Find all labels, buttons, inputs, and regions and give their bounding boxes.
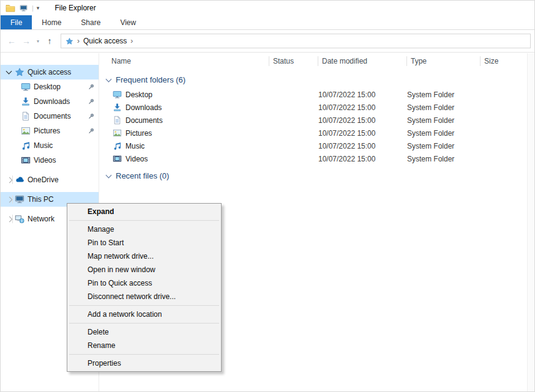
ribbon-tab-home[interactable]: Home (32, 15, 71, 29)
group-label: Recent files (0) (116, 171, 169, 180)
group-chevron-icon[interactable] (105, 172, 113, 180)
folder-icon (6, 3, 15, 13)
chevron-down-icon[interactable] (4, 68, 13, 76)
pin-icon (88, 98, 95, 107)
menu-item-manage[interactable]: Manage (67, 223, 221, 236)
file-size-cell (481, 139, 528, 152)
pin-icon (88, 127, 95, 136)
file-name-cell: Music (99, 139, 269, 152)
documents-icon (20, 111, 31, 121)
sidebar-item-quick-access[interactable]: Quick access (1, 65, 99, 80)
file-size-cell (481, 127, 528, 139)
group-header-frequent-folders[interactable]: Frequent folders (6) (99, 75, 534, 84)
file-list-groups: Frequent folders (6)Desktop10/07/2022 15… (99, 75, 534, 180)
column-header-label: Size (484, 57, 498, 65)
sidebar-item-label: Quick access (28, 68, 71, 76)
column-header-status[interactable]: Status (269, 53, 318, 69)
file-status-cell (269, 88, 318, 101)
up-button[interactable]: ↑ (42, 34, 57, 48)
file-status-cell (269, 101, 318, 114)
menu-item-pin-to-quick-access[interactable]: Pin to Quick access (67, 276, 221, 290)
menu-item-add-a-network-location[interactable]: Add a network location (67, 308, 221, 321)
menu-separator (69, 305, 219, 306)
sidebar-item-pictures[interactable]: Pictures (1, 124, 99, 138)
file-row-music[interactable]: Music10/07/2022 15:00System Folder (99, 139, 534, 152)
videos-icon (20, 155, 31, 165)
sidebar-item-desktop[interactable]: Desktop (1, 80, 99, 94)
ribbon-tab-file[interactable]: File (1, 15, 32, 29)
column-header-size[interactable]: Size (481, 53, 528, 69)
file-type-cell: System Folder (407, 101, 481, 114)
thispc-icon (14, 194, 25, 204)
file-group-frequent-folders: Frequent folders (6)Desktop10/07/2022 15… (99, 75, 534, 165)
column-header-date-modified[interactable]: Date modified (318, 53, 407, 69)
file-status-cell (269, 152, 318, 165)
sidebar-item-music[interactable]: Music (1, 138, 99, 153)
menu-item-disconnect-network-drive[interactable]: Disconnect network drive... (67, 290, 221, 303)
sidebar-item-onedrive[interactable]: OneDrive (1, 172, 99, 187)
file-name: Music (125, 142, 144, 150)
menu-item-pin-to-start[interactable]: Pin to Start (67, 236, 221, 250)
column-header-type[interactable]: Type (407, 53, 481, 69)
column-header-label: Name (111, 57, 131, 65)
star-icon (14, 67, 25, 77)
sidebar-item-label: OneDrive (28, 176, 59, 184)
file-name: Pictures (125, 129, 152, 138)
breadcrumb-chevron-icon[interactable]: › (130, 37, 133, 45)
chevron-right-icon[interactable] (4, 212, 13, 226)
recent-locations-dropdown[interactable]: ▾ (34, 34, 42, 48)
file-row-pictures[interactable]: Pictures10/07/2022 15:00System Folder (99, 127, 534, 139)
menu-separator (69, 354, 219, 355)
address-bar[interactable]: › Quick access › (61, 34, 531, 48)
breadcrumb-chevron-icon[interactable]: › (77, 37, 80, 45)
desktop-icon (113, 90, 122, 99)
group-chevron-icon[interactable] (105, 76, 113, 84)
file-row-videos[interactable]: Videos10/07/2022 15:00System Folder (99, 152, 534, 165)
network-icon (14, 214, 25, 224)
pictures-icon (113, 128, 122, 138)
file-date-modified-cell: 10/07/2022 15:00 (318, 114, 407, 127)
sidebar-item-documents[interactable]: Documents (1, 109, 99, 124)
group-header-recent-files[interactable]: Recent files (0) (99, 171, 534, 180)
chevron-right-icon[interactable] (4, 192, 13, 207)
file-name: Desktop (125, 91, 152, 99)
back-button[interactable]: ← (4, 34, 19, 48)
menu-item-map-network-drive[interactable]: Map network drive... (67, 250, 221, 263)
chevron-right-icon[interactable] (4, 172, 13, 187)
sidebar-item-label: This PC (28, 195, 54, 204)
qat-chevron-icon[interactable]: ▾ (37, 5, 40, 11)
menu-item-open-in-new-window[interactable]: Open in new window (67, 263, 221, 276)
sidebar-item-downloads[interactable]: Downloads (1, 94, 99, 109)
window-icon[interactable] (20, 4, 28, 12)
ribbon-tab-view[interactable]: View (110, 15, 146, 29)
file-date-modified-cell: 10/07/2022 15:00 (318, 152, 407, 165)
menu-item-rename[interactable]: Rename (67, 339, 221, 352)
window-title: File Explorer (54, 4, 95, 12)
column-headers: NameStatusDate modifiedTypeSize (99, 53, 534, 69)
vertical-scrollbar[interactable] (527, 53, 534, 391)
context-menu: ExpandManagePin to StartMap network driv… (67, 203, 222, 372)
column-header-label: Status (273, 57, 294, 65)
column-header-name[interactable]: Name (99, 53, 269, 69)
file-type-cell: System Folder (407, 152, 481, 165)
file-row-downloads[interactable]: Downloads10/07/2022 15:00System Folder (99, 101, 534, 114)
documents-icon (113, 116, 122, 125)
file-name-cell: Pictures (99, 127, 269, 139)
menu-item-expand[interactable]: Expand (67, 205, 221, 218)
group-label: Frequent folders (6) (116, 75, 185, 84)
column-header-label: Date modified (322, 57, 367, 65)
file-type-cell: System Folder (407, 139, 481, 152)
music-icon (20, 141, 31, 150)
downloads-icon (113, 103, 122, 112)
file-name-cell: Desktop (99, 88, 269, 101)
ribbon-tab-share[interactable]: Share (71, 15, 110, 29)
sidebar-item-videos[interactable]: Videos (1, 153, 99, 168)
breadcrumb[interactable]: Quick access (83, 37, 127, 45)
onedrive-icon (14, 175, 25, 185)
column-header-label: Type (411, 57, 427, 65)
menu-item-delete[interactable]: Delete (67, 325, 221, 339)
menu-item-properties[interactable]: Properties (67, 357, 221, 370)
file-row-desktop[interactable]: Desktop10/07/2022 15:00System Folder (99, 88, 534, 101)
forward-button[interactable]: → (19, 34, 34, 48)
file-row-documents[interactable]: Documents10/07/2022 15:00System Folder (99, 114, 534, 127)
